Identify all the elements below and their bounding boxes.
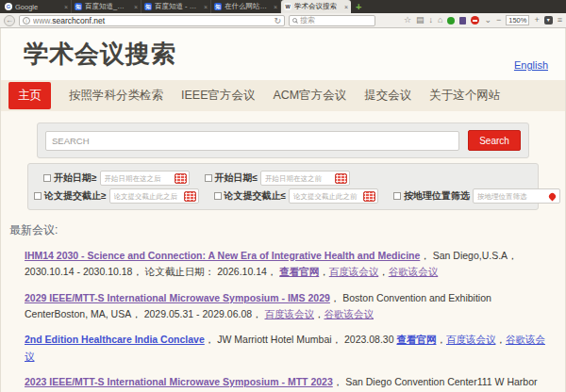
search-panel: Search — [37, 122, 529, 158]
zoom-in-button[interactable]: + — [534, 16, 539, 24]
separator: ， — [314, 308, 325, 319]
nav-home[interactable]: 主页 — [8, 82, 51, 109]
filter-checkbox[interactable] — [34, 192, 42, 200]
filter-checkbox[interactable] — [214, 192, 222, 200]
google-conference-link[interactable]: 谷歌该会议 — [324, 308, 374, 319]
nav-by-subject[interactable]: 按照学科分类检索 — [69, 88, 163, 104]
filter-deadline-before-input[interactable] — [293, 192, 361, 201]
tab-title: 百度知道_百度... — [85, 2, 131, 11]
conference-title-link[interactable]: 2nd Edition Healthcare India Conclave — [25, 334, 205, 345]
adblock-icon[interactable] — [471, 16, 479, 24]
tab-baidu-zhidao-2[interactable]: 知百度知道 - 全...× — [142, 0, 211, 13]
green-extension-icon[interactable] — [447, 17, 455, 24]
zoom-out-button[interactable]: − — [496, 16, 501, 24]
hamburger-menu-icon[interactable]: ≡ — [558, 16, 562, 24]
conference-title-link[interactable]: IHM14 2030 - Science and Connection: A N… — [25, 250, 420, 261]
latest-conferences-heading: 最新会议: — [9, 222, 565, 238]
filter-row: 开始日期≥开始日期≤ — [34, 171, 532, 186]
url-text[interactable]: www.searchconf.net — [33, 16, 271, 25]
filter-deadline-before: 论文提交截止≤ — [214, 188, 379, 204]
conference-item: IHM14 2030 - Science and Connection: A N… — [25, 248, 553, 281]
calendar-icon[interactable] — [335, 173, 347, 184]
tab-baidu-zhidao-3[interactable]: 知在什么网站上...× — [211, 0, 281, 13]
conference-title-link[interactable]: 2029 IEEE/MTT-S International Microwave … — [25, 292, 330, 303]
baidu-favicon: 知 — [144, 3, 152, 10]
nav-acm[interactable]: ACM官方会议 — [274, 88, 347, 104]
search-icon — [292, 18, 297, 23]
baidu-conference-link[interactable]: 百度该会议 — [264, 308, 314, 319]
search-button[interactable]: Search — [468, 130, 521, 151]
tab-strip: GGoogle×知百度知道_百度...×知百度知道 - 全...×知在什么网站上… — [0, 0, 566, 13]
tab-google[interactable]: GGoogle× — [2, 0, 72, 13]
separator: ， — [495, 334, 506, 345]
tab-title: Google — [15, 3, 61, 11]
baidu-favicon: 知 — [75, 3, 82, 10]
filter-input-wrap — [473, 188, 560, 204]
conference-title-link[interactable]: 2023 IEEE/MTT-S International Microwave … — [25, 376, 333, 387]
baidu-conference-link[interactable]: 百度该会议 — [446, 334, 496, 345]
filter-checkbox[interactable] — [393, 192, 401, 200]
filter-label: 开始日期≤ — [215, 172, 258, 185]
nav-about[interactable]: 关于这个网站 — [429, 88, 500, 104]
tab-close-icon[interactable]: × — [64, 4, 68, 10]
searchconf-favicon: W — [284, 3, 291, 10]
separator: ， — [378, 266, 389, 277]
filter-checkbox[interactable] — [43, 174, 51, 182]
nav-ieee[interactable]: IEEE官方会议 — [181, 88, 256, 104]
conference-item: 2nd Edition Healthcare India Conclave， J… — [25, 332, 553, 365]
conference-list: IHM14 2030 - Science and Connection: A N… — [25, 248, 554, 392]
view-official-site-link[interactable]: 查看官网 — [396, 334, 436, 345]
separator: ， — [319, 266, 329, 277]
page-title: 学术会议搜索 — [24, 38, 565, 71]
page-content: 学术会议搜索 English 主页按照学科分类检索IEEE官方会议ACM官方会议… — [0, 28, 566, 392]
new-tab-button[interactable]: + — [351, 0, 366, 13]
tab-close-icon[interactable]: × — [344, 4, 348, 10]
filter-input-wrap — [260, 171, 350, 186]
bookmarks-menu-icon[interactable]: ▤ — [416, 16, 424, 24]
location-pin-icon[interactable] — [548, 191, 558, 201]
back-button[interactable]: ← — [4, 15, 15, 26]
tab-searchconf[interactable]: W学术会议搜索× — [281, 0, 351, 13]
google-conference-link[interactable]: 谷歌该会议 — [389, 266, 439, 277]
calendar-icon[interactable] — [175, 173, 187, 184]
english-language-link[interactable]: English — [514, 59, 548, 71]
site-header: 学术会议搜索 English — [1, 28, 565, 80]
calendar-icon[interactable] — [184, 191, 196, 202]
url-bar[interactable]: i www.searchconf.net ↻ — [19, 15, 285, 26]
filter-location-input[interactable] — [477, 192, 545, 201]
filter-panel: 开始日期≥开始日期≤论文提交截止≥论文提交截止≤按地理位置筛选 — [27, 163, 539, 210]
reload-button[interactable]: ↻ — [274, 16, 281, 25]
filter-input-wrap — [109, 188, 199, 204]
calendar-icon[interactable] — [363, 191, 375, 202]
home-icon[interactable]: ⌂ — [438, 16, 442, 24]
filter-start-date-before-input[interactable] — [265, 174, 333, 183]
view-official-site-link[interactable]: 查看官网 — [279, 266, 319, 277]
dark-extension-icon[interactable]: ▾ — [544, 16, 553, 24]
filter-checkbox[interactable] — [205, 174, 212, 182]
filter-start-date-after-input[interactable] — [105, 174, 173, 183]
downloads-icon[interactable]: ↓ — [429, 16, 434, 24]
search-input[interactable] — [45, 131, 459, 151]
tab-close-icon[interactable]: × — [134, 4, 138, 10]
toolbar-search-input[interactable] — [300, 16, 372, 24]
tab-close-icon[interactable]: × — [274, 4, 277, 10]
filter-deadline-after: 论文提交截止≥ — [34, 188, 199, 204]
filter-deadline-after-input[interactable] — [114, 192, 182, 201]
zoom-level-indicator[interactable]: 150% — [506, 15, 529, 25]
page-identity-icon[interactable]: i — [23, 17, 30, 24]
bookmark-star-icon[interactable]: ☆ — [404, 16, 411, 24]
filter-label: 按地理位置筛选 — [404, 189, 470, 203]
filter-input-wrap — [100, 171, 190, 186]
baidu-favicon: 知 — [214, 3, 222, 10]
conference-item: 2023 IEEE/MTT-S International Microwave … — [25, 374, 553, 392]
toolbar-search-box[interactable] — [289, 15, 375, 26]
nav-submit[interactable]: 提交会议 — [364, 88, 411, 104]
tab-close-icon[interactable]: × — [204, 4, 208, 10]
browser-toolbar: ← i www.searchconf.net ↻ ☆ ▤ ↓ ⌂ ⌄ − 150… — [0, 13, 566, 28]
purple-extension-icon[interactable] — [459, 17, 466, 24]
google-favicon: G — [5, 3, 12, 10]
filter-location: 按地理位置筛选 — [393, 188, 560, 204]
baidu-conference-link[interactable]: 百度该会议 — [329, 266, 379, 277]
adblock-dropdown-icon[interactable]: ⌄ — [484, 16, 491, 24]
tab-baidu-zhidao-1[interactable]: 知百度知道_百度...× — [72, 0, 142, 13]
